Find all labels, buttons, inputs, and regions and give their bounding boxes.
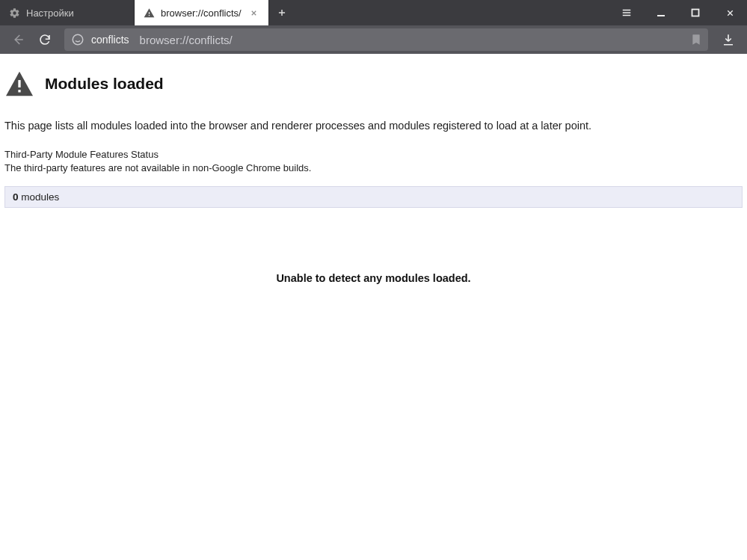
reload-button[interactable] (33, 28, 57, 52)
module-count-label: modules (19, 191, 60, 203)
tab-label: browser://conflicts/ (161, 7, 242, 19)
svg-rect-3 (18, 80, 20, 87)
warning-icon (144, 7, 155, 19)
hamburger-menu-icon[interactable] (609, 0, 644, 25)
module-count: 0 (13, 191, 19, 203)
page-content: Modules loaded This page lists all modul… (0, 54, 747, 560)
bookmark-icon[interactable] (690, 34, 702, 46)
address-hostname: conflicts (91, 34, 134, 46)
address-url: browser://conflicts/ (140, 34, 233, 46)
titlebar-drag-area (295, 0, 609, 25)
titlebar: Настройки browser://conflicts/ (0, 0, 747, 25)
page-header: Modules loaded (4, 70, 743, 109)
maximize-button[interactable] (678, 0, 713, 25)
minimize-button[interactable] (644, 0, 678, 25)
address-bar[interactable]: conflicts browser://conflicts/ (64, 28, 708, 51)
window-controls (644, 0, 747, 25)
tab-settings[interactable]: Настройки (0, 0, 135, 25)
gear-icon (9, 7, 20, 19)
warning-icon (4, 70, 34, 97)
svg-rect-1 (692, 10, 699, 16)
modules-summary-bar: 0 modules (4, 186, 743, 208)
svg-rect-4 (18, 90, 20, 92)
svg-point-2 (73, 34, 83, 45)
tab-conflicts[interactable]: browser://conflicts/ (135, 0, 269, 25)
back-button[interactable] (6, 28, 30, 52)
tab-label: Настройки (26, 7, 74, 19)
downloads-button[interactable] (716, 28, 741, 52)
close-window-button[interactable] (713, 0, 747, 25)
close-tab-icon[interactable] (248, 9, 259, 17)
toolbar: conflicts browser://conflicts/ (0, 25, 747, 54)
new-tab-button[interactable] (269, 0, 295, 25)
site-identity-icon[interactable] (70, 32, 85, 47)
third-party-message: The third-party features are not availab… (4, 161, 743, 175)
third-party-title: Third-Party Module Features Status (4, 148, 743, 161)
page-description: This page lists all modules loaded into … (4, 120, 743, 132)
third-party-status: Third-Party Module Features Status The t… (4, 148, 743, 174)
empty-state-message: Unable to detect any modules loaded. (4, 272, 743, 284)
svg-rect-0 (657, 15, 665, 16)
page-title: Modules loaded (45, 75, 164, 93)
